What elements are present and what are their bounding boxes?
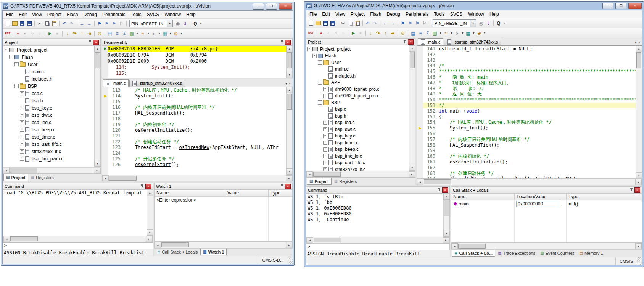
command-window-icon[interactable]: ▤ [106,30,113,37]
code-line[interactable]: 156 [417,131,636,137]
disassembly-window-icon[interactable]: ≡ [114,30,121,37]
dock-tab[interactable]: ≣ Call Stack + Locals [155,249,200,255]
scroll-left-icon[interactable]: ◄ [451,243,458,249]
editor-margin[interactable] [417,97,423,103]
run-icon[interactable]: ▶ [350,30,357,36]
menu-window[interactable]: Window [162,11,184,18]
scroll-thumb[interactable] [95,52,100,68]
editor-margin[interactable] [102,93,108,99]
vertical-scrollbar[interactable]: ▲ ▼ [636,46,642,178]
tree-expander-icon[interactable]: + [323,134,327,138]
tree-expander-icon[interactable]: + [20,142,24,146]
call-stack-row[interactable]: main 0x00000000 int f() [451,200,642,207]
vertical-scrollbar[interactable]: ▲ ▼ [94,46,100,167]
tree-expander-icon[interactable]: + [20,128,24,132]
tree-item[interactable]: includes.h [3,75,94,82]
dock-tab[interactable]: ▥ Event Counters [538,250,576,256]
menu-view[interactable]: View [29,11,45,18]
step-into-icon[interactable]: ↓ [64,30,71,37]
code-line[interactable]: 146 * 函 数 名: main [417,74,636,80]
tree-item[interactable]: + bsp_uart_fifo.c [306,160,409,166]
tree-item[interactable]: + bsp_beep.c [306,146,409,153]
editor-margin[interactable] [417,114,423,120]
minimize-button[interactable]: – [602,3,613,9]
panel-close-icon[interactable]: × [285,40,291,45]
editor-margin[interactable] [417,148,423,154]
menu-flash[interactable]: Flash [64,11,80,18]
open-file-icon[interactable] [11,20,18,27]
dock-tab[interactable]: ▦ Registers [332,178,359,184]
menu-svcs[interactable]: SVCS [448,11,465,18]
scroll-thumb[interactable] [458,244,486,249]
editor-tab[interactable]: startup_stm32h743xx.s [444,39,501,45]
analysis-window-icon[interactable]: ≈ [139,30,146,37]
editor-margin[interactable] [417,91,423,97]
pin-icon[interactable] [280,40,284,44]
scroll-thumb[interactable] [444,200,449,216]
scroll-thumb[interactable] [10,168,37,173]
scroll-thumb[interactable] [10,236,38,241]
editor-margin[interactable] [102,110,108,116]
tree-item[interactable]: - BSP [306,99,409,106]
nav-forward-icon[interactable]: → [389,20,396,26]
code-editor[interactable]: 113 /* HAL库，MPU，Cache，时钟等系统初始化 */ 114 Sy… [102,87,293,175]
show-current-statement-icon[interactable]: ⊙ [96,30,103,37]
editor-margin[interactable] [102,150,108,156]
resize-grip[interactable] [637,257,642,265]
tree-item[interactable]: - User [3,61,94,68]
call-stack-name-cell[interactable]: main [451,201,514,207]
tree-expander-icon[interactable]: + [323,141,327,145]
editor-margin[interactable] [417,125,423,131]
kill-all-breakpoints-icon[interactable]: ◌ [36,30,43,37]
column-header[interactable]: Name [451,194,515,200]
tab-list-dropdown-icon[interactable]: ▾ [635,40,637,44]
editor-margin[interactable] [417,171,423,176]
menu-flash[interactable]: Flash [367,11,384,18]
panel-close-icon[interactable]: × [408,39,414,45]
menu-file[interactable]: File [307,11,319,18]
command-output[interactable]: Load "G:\\RTX5 PDF\\V5\\V5-401_RTX5 Kern… [3,190,147,236]
panel-close-icon[interactable]: × [145,184,151,189]
tree-item[interactable]: - Flash [3,53,94,61]
menu-tools[interactable]: Tools [431,11,448,18]
tree-expander-icon[interactable]: + [323,154,327,158]
dropdown-arrow-icon[interactable]: ▾ [461,30,464,36]
tree-expander-icon[interactable]: - [14,62,19,66]
code-line[interactable]: 160 /* 内核初始化 */ [417,154,636,159]
menu-window[interactable]: Window [465,11,487,18]
scroll-left-icon[interactable]: ◄ [417,179,423,185]
tree-expander-icon[interactable]: - [4,48,8,52]
editor-margin[interactable] [102,105,108,110]
tree-expander-icon[interactable]: + [323,121,327,125]
trace-window-icon[interactable]: ▹ [150,30,157,37]
editor-margin[interactable] [417,131,423,137]
command-output[interactable]: WS 1, `s_tBtnWS 1, `bbWS 1, 0xE000ED80WS… [306,194,443,237]
tree-expander-icon[interactable]: + [323,167,327,171]
editor-margin[interactable] [102,99,108,105]
disassembly-line[interactable]: 115: [102,70,286,76]
system-viewer-icon[interactable]: ▦ [161,30,168,37]
editor-margin[interactable] [417,103,423,108]
save-icon[interactable] [19,20,26,27]
scroll-right-icon[interactable]: ► [443,237,449,243]
scroll-up-icon[interactable]: ▲ [286,87,293,93]
restore-button[interactable]: ❐ [615,3,626,9]
editor-margin[interactable] [417,63,423,69]
tree-item[interactable]: + bsp_tim_pwm.c [3,155,94,162]
save-all-icon[interactable] [26,20,33,27]
toolbox-icon[interactable]: ⊕ [172,30,179,37]
tree-item[interactable]: + bsp_key.c [306,133,409,140]
panel-close-icon[interactable]: × [93,40,99,45]
menu-peripherals[interactable]: Peripherals [100,11,128,18]
scroll-left-icon[interactable]: ◄ [3,168,10,174]
scroll-right-icon[interactable]: ► [409,171,415,178]
redo-icon[interactable]: ↷ [68,20,75,27]
panel-close-icon[interactable]: × [634,187,640,193]
bookmark-toggle-icon[interactable]: ⚑ [96,20,103,27]
tree-expander-icon[interactable]: + [20,120,24,124]
tree-expander-icon[interactable]: + [20,135,24,139]
watch-name-cell[interactable]: <Enter expression> [155,197,225,203]
paste-icon[interactable] [354,20,361,26]
tree-item[interactable]: bsp.h [3,97,94,104]
editor-margin[interactable] [417,120,423,125]
